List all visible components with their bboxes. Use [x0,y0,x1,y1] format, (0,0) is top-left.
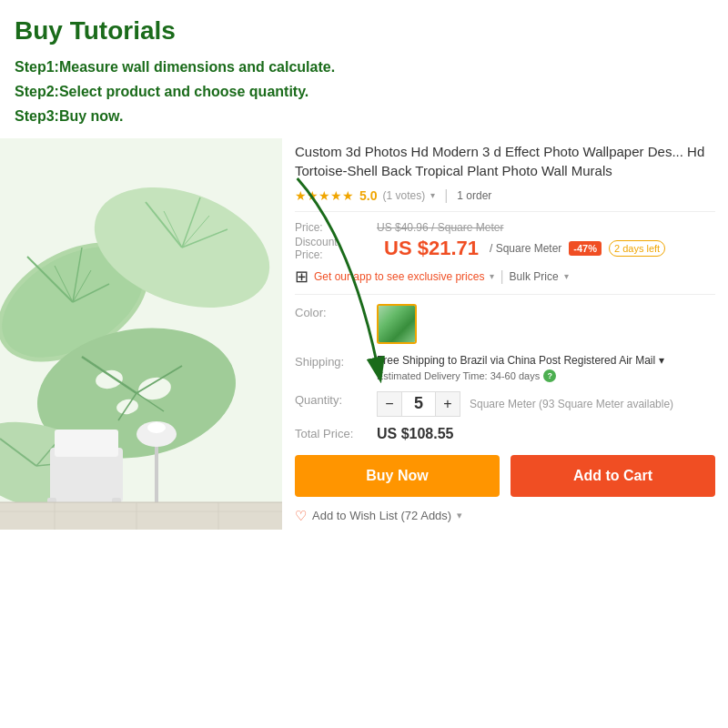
orders-text: 1 order [457,189,491,202]
add-to-cart-button[interactable]: Add to Cart [511,455,715,497]
pipe-divider: | [500,268,503,285]
star-icons: ★★★★★ [295,188,354,203]
product-image-wrap [0,138,282,530]
total-price-row: Total Price: US $108.55 [295,426,715,442]
quantity-value: 5 [402,391,435,417]
shipping-method: Free Shipping to Brazil via China Post R… [377,354,655,367]
price-label: Price: [295,221,377,234]
days-left-badge: 2 days left [609,240,665,257]
quantity-stepper: − 5 + [377,391,460,417]
votes-chevron-icon[interactable]: ▾ [430,190,435,200]
bulk-price-link[interactable]: Bulk Price [510,270,559,283]
quantity-control: − 5 + Square Meter (93 Square Meter avai… [377,391,673,417]
action-buttons: Buy Now Add to Cart [295,455,715,497]
original-price-row: Price: US $40.96 / Square Meter [295,221,715,234]
help-icon[interactable]: ? [543,369,556,382]
discount-label: DiscountPrice: [295,236,377,261]
delivery-text: Estimated Delivery Time: 34-60 days [377,370,540,381]
quantity-row: Quantity: − 5 + Square Meter (93 Square … [295,391,715,417]
product-area: Custom 3d Photos Hd Modern 3 d Effect Ph… [0,138,728,539]
tutorial-title: Buy Tutorials [15,16,713,46]
heart-icon: ♡ [295,508,307,524]
tutorial-section: Buy Tutorials Step1:Measure wall dimensi… [0,0,728,138]
wishlist-text: Add to Wish List (72 Adds) [312,509,451,522]
divider: | [444,187,448,204]
votes-text: (1 votes) [382,189,425,202]
original-price: US $40.96 / Square Meter [377,221,503,234]
bulk-price-chevron-icon[interactable]: ▾ [564,271,569,281]
tutorial-step3: Step3:Buy now. [15,104,713,128]
color-swatch[interactable] [377,304,417,344]
shipping-row: Shipping: Free Shipping to Brazil via Ch… [295,353,715,382]
quantity-decrease-button[interactable]: − [377,391,402,417]
color-label: Color: [295,304,377,319]
total-label: Total Price: [295,427,377,440]
buy-now-button[interactable]: Buy Now [295,455,500,497]
svg-rect-33 [0,502,282,530]
shipping-info: Free Shipping to Brazil via China Post R… [377,353,664,382]
shipping-label: Shipping: [295,353,377,369]
current-price: US $21.71 [384,237,479,260]
svg-rect-30 [155,439,158,511]
svg-point-32 [147,422,166,433]
product-title: Custom 3d Photos Hd Modern 3 d Effect Ph… [295,138,715,180]
color-swatch-image [379,306,415,342]
product-image [0,138,282,530]
discount-price-row: DiscountPrice: US $21.71 / Square Meter … [295,236,715,261]
app-promo-chevron-icon[interactable]: ▾ [490,271,494,281]
quantity-increase-button[interactable]: + [435,391,460,417]
tutorial-step2: Step2:Select product and choose quantity… [15,79,713,104]
app-price-row: ⊞ Get our app to see exclusive prices ▾ … [295,267,715,295]
svg-rect-27 [55,430,118,457]
quantity-label: Quantity: [295,391,377,407]
rating-row: ★★★★★ 5.0 (1 votes) ▾ | 1 order [295,187,715,212]
rating-score: 5.0 [359,188,377,203]
color-row: Color: [295,304,715,344]
wishlist-row[interactable]: ♡ Add to Wish List (72 Adds) ▾ [295,508,715,524]
quantity-available: Square Meter (93 Square Meter available) [470,398,673,410]
app-promo-link[interactable]: Get our app to see exclusive prices [314,270,484,283]
qr-icon: ⊞ [295,267,308,287]
tutorial-step1: Step1:Measure wall dimensions and calcul… [15,55,713,79]
wishlist-chevron-icon: ▾ [457,510,462,521]
total-value: US $108.55 [377,426,454,442]
delivery-time: Estimated Delivery Time: 34-60 days ? [377,369,664,382]
discount-badge: -47% [569,241,602,256]
product-details: Custom 3d Photos Hd Modern 3 d Effect Ph… [282,138,728,530]
shipping-chevron-icon: ▾ [659,354,664,367]
price-per-unit: / Square Meter [490,242,561,255]
